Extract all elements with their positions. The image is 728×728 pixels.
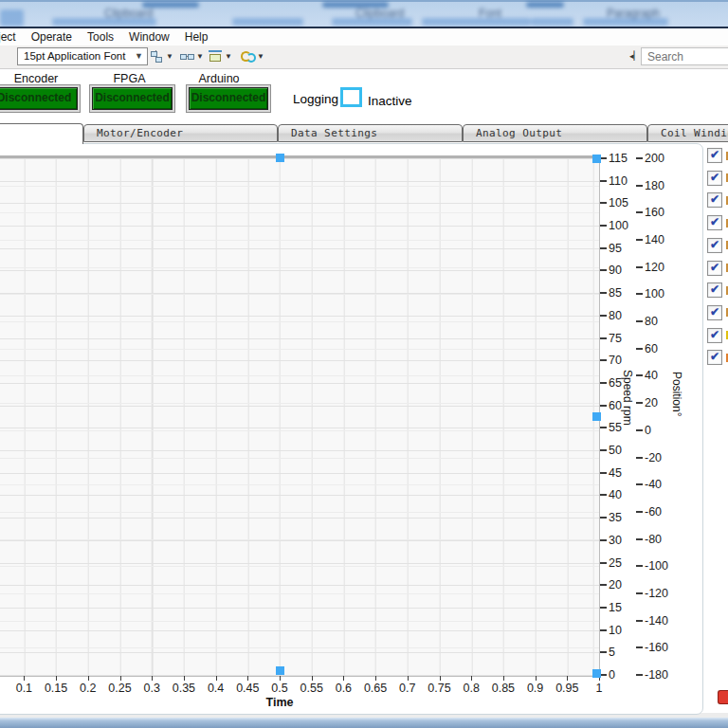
tick-mark [636,185,643,187]
resize-objects-button[interactable]: ▼ [209,47,235,64]
splitter-handle-icon[interactable]: ◂▏ [629,51,640,61]
menu-item-ject[interactable]: ject [0,28,24,46]
plot-visible-checkbox[interactable]: ✔ [707,261,722,276]
logging-state-label: Inactive [368,94,412,108]
tab-data-settings[interactable]: Data Settings [278,124,463,142]
position-tick: 180 [636,178,664,193]
tick-mark [636,483,643,485]
time-tick-mark [503,676,504,681]
legend-row: ✔ [707,192,728,208]
tick-mark [600,674,607,676]
chart-plot-area[interactable] [0,155,600,677]
speed-tick: 115 [600,151,628,166]
search-input[interactable] [641,47,728,65]
position-tick-label: 100 [645,287,664,300]
speed-tick: 0 [600,667,615,682]
tick-mark [600,269,607,271]
tick-mark [636,429,643,431]
menu-item-tools[interactable]: Tools [80,28,121,46]
indicator-button-fpga-hardware[interactable]: Disconnected [92,87,173,110]
plot-visible-checkbox[interactable]: ✔ [707,350,722,365]
chevron-down-icon: ▼ [135,48,143,64]
tick-mark [600,472,607,474]
resize-objects-icon [209,50,223,63]
plot-visible-checkbox[interactable]: ✔ [707,328,722,343]
position-tick: -20 [636,450,662,465]
speed-tick: 5 [600,645,615,660]
time-tick-mark [312,676,313,681]
time-tick-mark [184,676,185,681]
tick-mark [636,402,643,404]
plot-visible-checkbox[interactable]: ✔ [707,148,722,163]
axis-scale-marker[interactable] [276,154,284,162]
legend-row: ✔ [707,238,728,253]
axis-scale-marker[interactable] [592,155,601,163]
plot-visible-checkbox[interactable]: ✔ [707,282,722,298]
speed-tick: 40 [600,487,622,502]
position-tick: 200 [636,151,664,166]
tick-mark [636,293,643,295]
tick-mark [600,539,607,541]
legend-row: ✔ [707,282,728,298]
position-tick: 120 [636,260,664,275]
speed-tick-label: 45 [609,466,622,480]
red-indicator-partial[interactable] [718,690,728,704]
speed-tick: 55 [600,420,622,435]
position-tick: -160 [636,640,668,655]
position-tick-label: -100 [645,559,668,573]
ribbon-blurred-blob [526,2,564,8]
position-tick-label: 160 [645,206,664,219]
tick-mark [600,494,607,496]
speed-tick-label: 30 [609,534,622,547]
plot-visible-checkbox[interactable]: ✔ [707,238,722,253]
window-bottom-edge [0,718,728,728]
speed-tick-label: 25 [609,556,622,570]
distribute-objects-button[interactable]: ▼ [180,47,207,64]
axis-scale-marker[interactable] [592,669,601,678]
plot-visible-checkbox[interactable]: ✔ [707,215,722,230]
align-objects-icon [150,50,164,63]
indicator-button-arduino[interactable]: Disconnected [189,87,268,110]
position-tick-label: -80 [645,533,662,546]
plot-visible-checkbox[interactable]: ✔ [707,171,722,186]
indicator-button-encoder[interactable]: Disconnected [0,87,78,110]
speed-tick-label: 95 [609,242,622,255]
speed-tick: 80 [600,308,622,323]
speed-tick-label: 40 [609,488,622,501]
time-tick-mark [216,676,217,681]
align-objects-button[interactable]: ▼ [150,47,176,64]
time-tick-mark [567,676,568,681]
tick-mark [636,620,643,622]
position-tick-label: -160 [645,641,668,654]
tick-mark [600,225,607,227]
position-tick: 80 [636,314,658,329]
tab-coil-winding[interactable]: Coil Winding [647,124,728,142]
tab-analog-output[interactable]: Analog Output [463,124,647,142]
menu-item-operate[interactable]: Operate [24,28,80,46]
speed-tick: 95 [600,241,622,256]
axis-scale-marker[interactable] [592,412,601,421]
time-axis-label: Time [251,696,308,709]
tick-mark [600,292,607,294]
plot-visible-checkbox[interactable]: ✔ [707,192,722,208]
speed-tick-label: 5 [609,646,615,659]
reorder-objects-button[interactable]: ▼ [241,47,267,64]
logging-checkbox[interactable] [340,87,362,107]
tab-current[interactable] [0,123,83,144]
tick-mark [636,266,643,268]
position-tick-label: -20 [645,451,662,464]
plot-visible-checkbox[interactable]: ✔ [707,305,722,320]
font-selector-dropdown[interactable]: 15pt Application Font ▼ [17,47,148,65]
speed-tick: 85 [600,285,622,300]
chevron-down-icon: ▼ [196,52,204,61]
tick-mark [636,157,643,159]
tick-mark [600,584,607,586]
axis-scale-marker[interactable] [276,666,284,675]
position-tick: 160 [636,205,664,220]
tab-motor-encoder[interactable]: Motor/Encoder [83,124,278,142]
speed-tick-label: 80 [609,309,622,322]
menu-item-window[interactable]: Window [121,28,177,46]
menu-item-help[interactable]: Help [177,28,216,46]
background-window-ribbon: ClipboardClipboardFontParagraph [0,0,728,28]
position-tick: -120 [636,586,668,601]
